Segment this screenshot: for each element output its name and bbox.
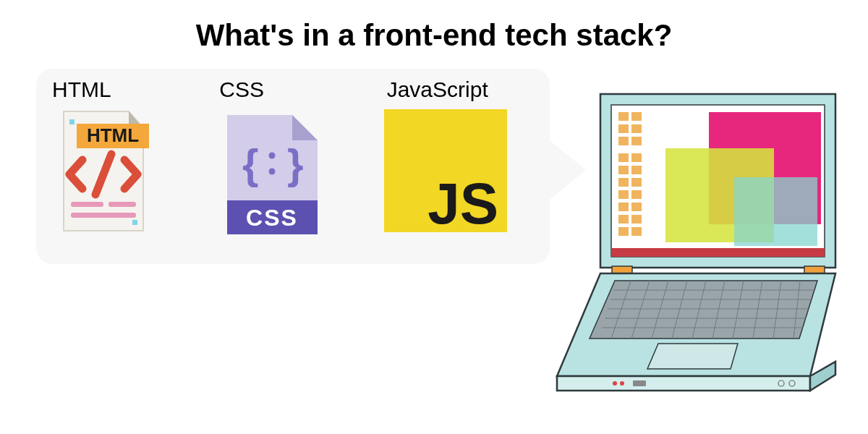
svg-rect-27 <box>618 190 629 199</box>
svg-rect-15 <box>618 112 629 121</box>
tech-css: CSS { } CSS <box>216 77 369 255</box>
svg-rect-33 <box>618 227 629 236</box>
svg-rect-37 <box>734 177 817 246</box>
svg-rect-23 <box>618 166 629 174</box>
svg-text:}: } <box>287 140 304 187</box>
svg-rect-30 <box>631 203 642 211</box>
tech-html: HTML HTML <box>49 77 202 255</box>
laptop-illustration <box>550 87 854 398</box>
html-file-icon: HTML <box>49 108 158 238</box>
tech-js: JavaScript JS <box>384 77 537 255</box>
svg-marker-44 <box>590 281 817 339</box>
svg-rect-26 <box>631 178 642 187</box>
svg-point-62 <box>620 381 624 386</box>
svg-rect-20 <box>631 137 642 145</box>
svg-rect-63 <box>633 380 646 386</box>
svg-point-8 <box>269 153 276 159</box>
js-logo-icon: JS <box>384 108 493 238</box>
diagram-title: What's in a front-end tech stack? <box>0 0 868 53</box>
svg-rect-32 <box>631 215 642 224</box>
svg-rect-34 <box>631 227 642 236</box>
tech-html-label: HTML <box>52 77 111 102</box>
svg-point-9 <box>269 169 276 175</box>
svg-rect-19 <box>618 137 629 145</box>
svg-rect-18 <box>631 124 642 133</box>
svg-rect-28 <box>631 190 642 199</box>
svg-rect-25 <box>618 178 629 187</box>
svg-marker-42 <box>810 362 835 391</box>
svg-rect-16 <box>631 112 642 121</box>
html-badge-text: HTML <box>87 124 139 146</box>
css-badge-text: CSS <box>246 205 298 231</box>
js-badge-text: JS <box>427 171 498 236</box>
svg-rect-29 <box>618 203 629 211</box>
svg-rect-1 <box>132 220 137 225</box>
svg-marker-60 <box>647 344 738 369</box>
svg-rect-31 <box>618 215 629 224</box>
tech-panel: HTML HTML <box>36 69 550 264</box>
svg-rect-17 <box>618 124 629 133</box>
svg-text:{: { <box>242 140 259 187</box>
tech-css-label: CSS <box>219 77 264 102</box>
css-file-icon: { } CSS <box>216 108 325 238</box>
svg-rect-14 <box>611 248 825 257</box>
tech-js-label: JavaScript <box>387 77 488 102</box>
svg-rect-5 <box>71 213 136 218</box>
svg-rect-21 <box>618 153 629 162</box>
svg-rect-4 <box>109 202 136 207</box>
svg-rect-3 <box>71 202 103 207</box>
svg-rect-22 <box>631 153 642 162</box>
svg-rect-0 <box>69 119 75 124</box>
svg-rect-24 <box>631 166 642 174</box>
svg-point-61 <box>613 381 617 386</box>
svg-marker-41 <box>557 376 810 391</box>
